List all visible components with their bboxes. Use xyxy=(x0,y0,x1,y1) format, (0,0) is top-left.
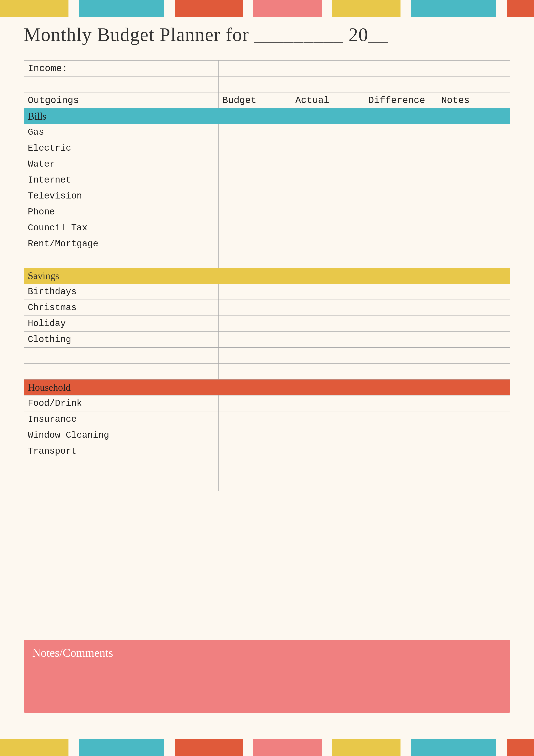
budget-header: Budget xyxy=(218,93,291,108)
bar-gap-4 xyxy=(322,0,332,17)
item-food-drink: Food/Drink xyxy=(24,395,218,411)
bar-seg-2 xyxy=(79,0,164,17)
bar-bot-1 xyxy=(0,739,68,756)
bar-seg-7 xyxy=(507,0,534,17)
empty-row-5 xyxy=(24,459,510,475)
bar-bot-gap-3 xyxy=(243,739,253,756)
table-row: Water xyxy=(24,156,510,172)
budget-table: Income: Outgoings Budget Actual Differen… xyxy=(24,60,510,491)
bar-seg-6 xyxy=(411,0,496,17)
empty-row-6 xyxy=(24,475,510,491)
item-rent-mortgage: Rent/Mortgage xyxy=(24,236,218,252)
item-insurance: Insurance xyxy=(24,411,218,427)
page-title: Monthly Budget Planner for _________ 20_… xyxy=(24,24,510,45)
income-notes xyxy=(437,61,510,76)
bar-bot-gap-2 xyxy=(164,739,175,756)
table-row: Council Tax xyxy=(24,220,510,236)
bar-bot-7 xyxy=(507,739,534,756)
table-row: Holiday xyxy=(24,316,510,332)
item-clothing: Clothing xyxy=(24,332,218,348)
item-transport: Transport xyxy=(24,443,218,459)
bar-bot-3 xyxy=(175,739,243,756)
item-electric: Electric xyxy=(24,140,218,156)
bar-bot-2 xyxy=(79,739,164,756)
item-christmas: Christmas xyxy=(24,300,218,316)
table-row: Gas xyxy=(24,124,510,140)
bar-gap-6 xyxy=(496,0,507,17)
empty-row-4 xyxy=(24,364,510,380)
bar-gap-1 xyxy=(68,0,79,17)
difference-header: Difference xyxy=(364,93,437,108)
table-row: Phone xyxy=(24,204,510,220)
table-row: Christmas xyxy=(24,300,510,316)
bar-bot-6 xyxy=(411,739,496,756)
budget-table-container: Income: Outgoings Budget Actual Differen… xyxy=(24,60,510,491)
bar-bot-5 xyxy=(332,739,400,756)
item-window-cleaning: Window Cleaning xyxy=(24,427,218,443)
item-television: Television xyxy=(24,188,218,204)
notes-comments-box: Notes/Comments xyxy=(24,640,510,713)
bar-bot-gap-6 xyxy=(496,739,507,756)
item-internet: Internet xyxy=(24,172,218,188)
bar-bot-gap-4 xyxy=(322,739,332,756)
bar-seg-1 xyxy=(0,0,68,17)
table-row: Window Cleaning xyxy=(24,427,510,443)
table-row: Insurance xyxy=(24,411,510,427)
empty-row-1 xyxy=(24,76,510,93)
table-row: Birthdays xyxy=(24,284,510,300)
bar-seg-5 xyxy=(332,0,400,17)
income-budget xyxy=(218,61,291,76)
table-row: Clothing xyxy=(24,332,510,348)
bar-gap-3 xyxy=(243,0,253,17)
bar-bot-gap-5 xyxy=(400,739,411,756)
notes-label: Notes/Comments xyxy=(32,646,502,660)
table-row: Television xyxy=(24,188,510,204)
table-row: Transport xyxy=(24,443,510,459)
income-label: Income: xyxy=(24,61,218,76)
outgoings-label: Outgoings xyxy=(24,93,218,108)
bills-label: Bills xyxy=(24,108,510,124)
item-holiday: Holiday xyxy=(24,316,218,332)
household-label: Household xyxy=(24,380,510,395)
table-row: Internet xyxy=(24,172,510,188)
outgoings-header-row: Outgoings Budget Actual Difference Notes xyxy=(24,93,510,108)
title-area: Monthly Budget Planner for _________ 20_… xyxy=(24,24,510,45)
household-section-header: Household xyxy=(24,380,510,395)
top-color-bar xyxy=(0,0,534,17)
bar-bot-4 xyxy=(253,739,322,756)
item-water: Water xyxy=(24,156,218,172)
savings-section-header: Savings xyxy=(24,268,510,284)
item-gas: Gas xyxy=(24,124,218,140)
bar-seg-4 xyxy=(253,0,322,17)
item-birthdays: Birthdays xyxy=(24,284,218,300)
table-row: Rent/Mortgage xyxy=(24,236,510,252)
income-actual xyxy=(291,61,364,76)
bar-gap-2 xyxy=(164,0,175,17)
item-council-tax: Council Tax xyxy=(24,220,218,236)
income-row: Income: xyxy=(24,61,510,76)
empty-row-3 xyxy=(24,348,510,364)
bar-bot-gap-1 xyxy=(68,739,79,756)
actual-header: Actual xyxy=(291,93,364,108)
bottom-color-bar xyxy=(0,739,534,756)
savings-label: Savings xyxy=(24,268,510,284)
item-phone: Phone xyxy=(24,204,218,220)
bills-section-header: Bills xyxy=(24,108,510,124)
bar-seg-3 xyxy=(175,0,243,17)
income-difference xyxy=(364,61,437,76)
table-row: Electric xyxy=(24,140,510,156)
notes-header: Notes xyxy=(437,93,510,108)
empty-row-2 xyxy=(24,252,510,268)
table-row: Food/Drink xyxy=(24,395,510,411)
bar-gap-5 xyxy=(400,0,411,17)
